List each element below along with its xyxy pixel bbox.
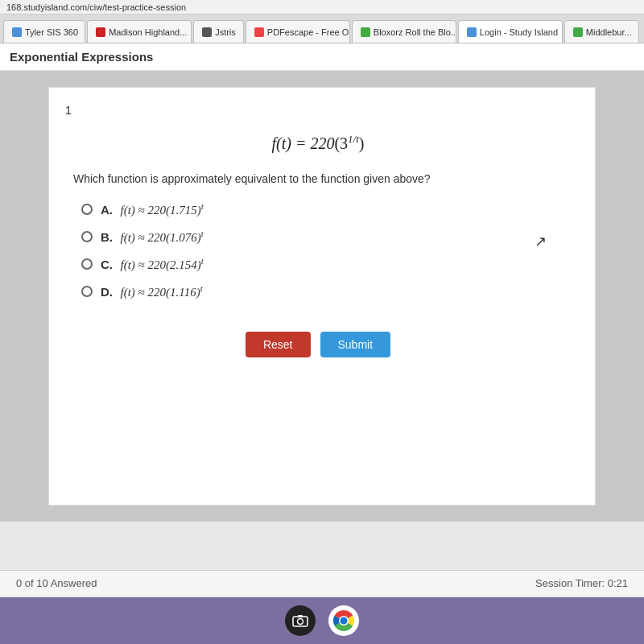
tab-tyler-icon: [12, 27, 22, 37]
option-c[interactable]: C. f(t) ≈ 220(2.154)t: [81, 256, 571, 272]
answered-status: 0 of 10 Answered: [16, 577, 97, 589]
svg-point-5: [341, 617, 348, 625]
option-b-radio[interactable]: [81, 231, 93, 242]
question-card: 1 f(t) = 220(31/t) Which function is app…: [48, 87, 596, 506]
tab-jstris-icon: [202, 27, 212, 37]
tab-login-study[interactable]: Login - Study Island: [458, 20, 563, 43]
option-d[interactable]: D. f(t) ≈ 220(1.116)t: [81, 283, 571, 299]
tab-pdfescape-label: PDFescape - Free O...: [267, 27, 350, 37]
tab-middlebu-icon: [573, 27, 583, 37]
url-bar: 168.studyisland.com/ciw/test-practice-se…: [0, 0, 644, 14]
tab-login-study-label: Login - Study Island: [480, 27, 558, 37]
tab-jstris-label: Jstris: [215, 27, 236, 37]
option-c-text: C. f(t) ≈ 220(2.154)t: [101, 256, 204, 272]
page-title: Exponential Expressions: [10, 50, 153, 64]
tab-bloxorz-icon: [361, 27, 370, 37]
chrome-taskbar-icon[interactable]: [328, 605, 359, 636]
question-text: Which function is approximately equivale…: [65, 172, 571, 185]
tab-madison[interactable]: Madison Highland...: [87, 20, 192, 43]
formula-lhs: f(t) = 220: [271, 134, 334, 152]
math-formula: f(t) = 220(31/t): [65, 133, 571, 153]
tab-jstris[interactable]: Jstris: [193, 20, 244, 43]
tab-bar: Tyler SIS 360 Madison Highland... Jstris…: [0, 14, 644, 43]
tab-pdfescape-icon: [254, 27, 264, 37]
tab-tyler[interactable]: Tyler SIS 360: [3, 20, 85, 43]
tab-madison-icon: [96, 27, 105, 37]
tab-login-study-icon: [467, 27, 477, 37]
main-content: 1 f(t) = 220(31/t) Which function is app…: [0, 71, 644, 522]
question-number: 1: [65, 104, 571, 117]
option-a[interactable]: A. f(t) ≈ 220(1.715)t: [81, 201, 571, 217]
tab-tyler-label: Tyler SIS 360: [25, 27, 78, 37]
buttons-row: Reset Submit: [65, 332, 571, 357]
page-title-bar: Exponential Expressions: [0, 43, 644, 71]
option-d-radio[interactable]: [81, 286, 93, 297]
option-d-text: D. f(t) ≈ 220(1.116)t: [101, 283, 203, 299]
submit-button[interactable]: Submit: [320, 332, 391, 357]
tab-pdfescape[interactable]: PDFescape - Free O...: [246, 20, 350, 43]
reset-button[interactable]: Reset: [246, 332, 311, 357]
timer-status: Session Timer: 0:21: [535, 577, 628, 589]
option-b-text: B. f(t) ≈ 220(1.076)t: [101, 229, 204, 245]
taskbar: [0, 597, 644, 644]
formula-base: (31/t): [334, 134, 364, 152]
camera-taskbar-icon[interactable]: [285, 605, 316, 636]
url-text: 168.studyisland.com/ciw/test-practice-se…: [6, 2, 186, 12]
tab-bloxorz[interactable]: Bloxorz Roll the Blo...: [352, 20, 456, 43]
option-c-radio[interactable]: [81, 258, 93, 270]
option-a-text: A. f(t) ≈ 220(1.715)t: [101, 201, 204, 217]
option-b[interactable]: B. f(t) ≈ 220(1.076)t: [81, 229, 571, 245]
tab-middlebu[interactable]: Middlebur...: [564, 20, 639, 43]
svg-rect-2: [298, 615, 303, 617]
option-a-radio[interactable]: [81, 204, 93, 215]
tab-middlebu-label: Middlebur...: [586, 27, 632, 37]
tab-madison-label: Madison Highland...: [109, 27, 187, 37]
status-bar: 0 of 10 Answered Session Timer: 0:21: [0, 570, 644, 596]
svg-point-1: [298, 619, 303, 625]
tab-bloxorz-label: Bloxorz Roll the Blo...: [374, 27, 456, 37]
options-list: A. f(t) ≈ 220(1.715)t B. f(t) ≈ 220(1.07…: [65, 201, 571, 299]
